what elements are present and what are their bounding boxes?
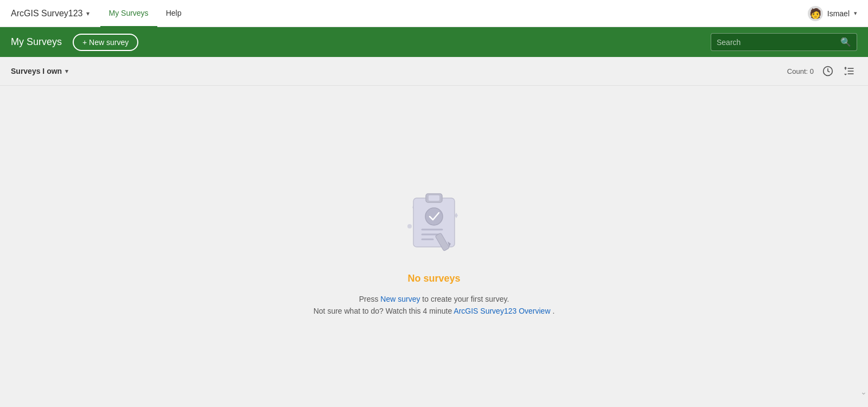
nav-link-help[interactable]: Help <box>157 1 190 28</box>
description-line2-prefix: Not sure what to do? Watch this 4 minute <box>314 307 454 315</box>
time-sort-button[interactable] <box>820 63 835 79</box>
new-survey-button[interactable]: + New survey <box>73 34 138 51</box>
clock-icon <box>822 66 833 77</box>
description-prefix: Press <box>359 295 381 303</box>
search-input[interactable] <box>717 38 840 47</box>
avatar: 🧑 <box>808 6 823 21</box>
scroll-hint: ⌄ <box>860 387 867 396</box>
sort-order-button[interactable] <box>842 63 857 79</box>
svg-point-5 <box>407 224 412 228</box>
user-area[interactable]: 🧑 Ismael ▾ <box>808 6 857 21</box>
description-mid: to create your first survey. <box>420 295 509 303</box>
overview-link[interactable]: ArcGIS Survey123 Overview <box>454 307 550 315</box>
empty-state: No surveys Press New survey to create yo… <box>314 177 555 317</box>
no-surveys-title: No surveys <box>407 273 460 284</box>
user-chevron-icon: ▾ <box>854 10 857 17</box>
filter-label: Surveys I own <box>11 67 62 75</box>
top-nav: ArcGIS Survey123 ▾ My Surveys Help 🧑 Ism… <box>0 0 868 27</box>
search-area: 🔍 <box>711 33 857 51</box>
nav-link-my-surveys[interactable]: My Surveys <box>100 1 157 28</box>
app-title-chevron[interactable]: ▾ <box>86 10 90 17</box>
app-title-text: ArcGIS Survey123 <box>11 9 83 18</box>
empty-state-illustration <box>391 177 477 264</box>
sort-icon <box>844 66 855 77</box>
description-line2-suffix: . <box>551 307 555 315</box>
green-bar-title: My Surveys <box>11 36 62 48</box>
empty-description: Press New survey to create your first su… <box>314 293 555 317</box>
filter-chevron-icon: ▾ <box>65 68 68 75</box>
nav-links: My Surveys Help <box>100 0 190 27</box>
svg-point-9 <box>425 208 443 225</box>
new-survey-link[interactable]: New survey <box>380 295 420 303</box>
svg-rect-8 <box>429 195 439 201</box>
search-box: 🔍 <box>711 33 857 51</box>
surveys-filter-dropdown[interactable]: Surveys I own ▾ <box>11 67 68 75</box>
clipboard-svg <box>391 177 477 264</box>
green-header-bar: My Surveys + New survey 🔍 <box>0 27 868 57</box>
main-content: No surveys Press New survey to create yo… <box>0 86 868 407</box>
user-name: Ismael <box>827 9 850 18</box>
app-title: ArcGIS Survey123 ▾ <box>11 9 90 18</box>
toolbar-right: Count: 0 <box>787 63 857 79</box>
survey-count: Count: 0 <box>787 67 814 75</box>
surveys-toolbar: Surveys I own ▾ Count: 0 <box>0 57 868 86</box>
search-icon: 🔍 <box>840 37 851 47</box>
